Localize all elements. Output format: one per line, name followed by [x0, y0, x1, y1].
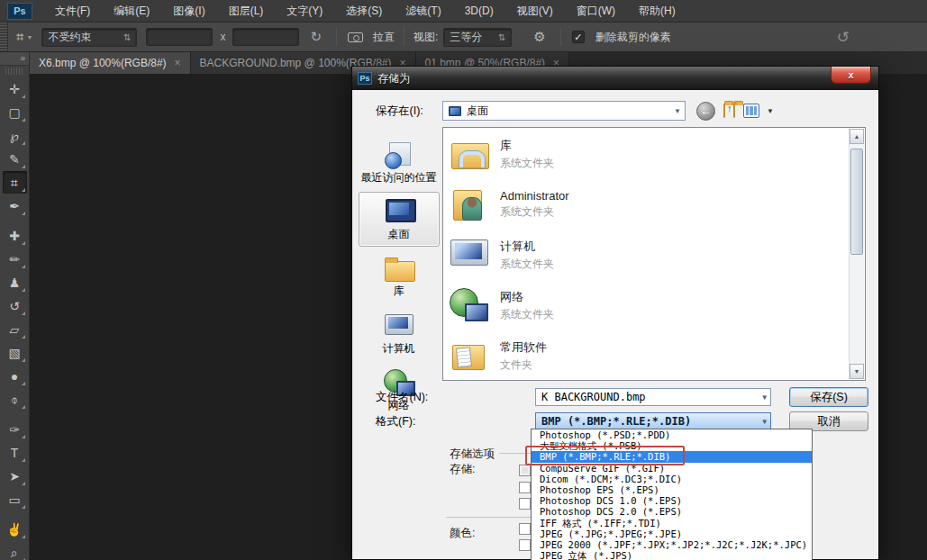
crop-view-select[interactable]: 三等分 ⇅ — [443, 28, 512, 47]
delete-cropped-pixels-checkbox[interactable]: ✓ — [572, 31, 585, 43]
file-administrator[interactable]: Administrator 系统文件夹 — [444, 179, 849, 230]
reset-icon[interactable]: ↺ — [837, 28, 850, 47]
menu-item[interactable]: 3D(D) — [453, 0, 505, 23]
menu-item[interactable]: 文件(F) — [43, 0, 102, 23]
save-button[interactable]: 保存(S) — [789, 387, 868, 407]
place-computer[interactable]: 计算机 — [359, 306, 440, 361]
straighten-label[interactable]: 拉直 — [373, 30, 395, 45]
up-one-level-button[interactable]: ↑ — [723, 104, 725, 117]
tab-close-icon[interactable]: × — [175, 57, 181, 69]
scroll-up-icon[interactable]: ▲ — [850, 129, 864, 144]
new-folder-button[interactable]: ✶ — [733, 104, 735, 117]
delete-cropped-pixels-label[interactable]: 删除裁剪的像素 — [595, 30, 671, 45]
file-list-scrollbar[interactable]: ▲ ▼ — [849, 129, 864, 379]
menu-item[interactable]: 视图(V) — [505, 0, 565, 23]
format-option[interactable]: Dicom (*.DCM;*.DC3;*.DIC) — [532, 474, 812, 484]
format-option[interactable]: Photoshop (*.PSD;*.PDD) — [532, 429, 812, 440]
format-option[interactable]: IFF 格式 (*.IFF;*.TDI) — [532, 518, 812, 528]
dropdown-arrow-icon[interactable]: ▼ — [758, 393, 767, 402]
dialog-titlebar[interactable]: Ps 存储为 x — [352, 67, 878, 90]
path-selection-tool[interactable]: ➤ — [3, 465, 27, 487]
rectangle-tool[interactable]: ▭ — [3, 488, 27, 510]
format-option[interactable]: CompuServe GIF (*.GIF) — [532, 463, 812, 474]
save-option-checkbox[interactable] — [519, 498, 531, 510]
spinner-icon: ⇅ — [123, 32, 131, 42]
palette-grip[interactable] — [5, 68, 23, 75]
dialog-close-button[interactable]: x — [831, 67, 871, 84]
dodge-tool[interactable]: ⌽ — [3, 388, 27, 411]
eraser-tool[interactable]: ▱ — [3, 318, 27, 340]
save-option-checkbox[interactable] — [519, 482, 531, 493]
rotate-crop-icon[interactable]: ↻ — [310, 29, 322, 45]
file-network[interactable]: 网络 系统文件夹 — [444, 280, 849, 330]
menu-item[interactable]: 编辑(E) — [102, 0, 161, 23]
type-tool[interactable]: T — [3, 441, 27, 464]
blur-tool[interactable]: ● — [3, 365, 27, 387]
dropdown-arrow-icon[interactable]: ▼ — [758, 418, 767, 426]
menu-item[interactable]: 窗口(W) — [565, 0, 627, 23]
menu-item[interactable]: 图像(I) — [161, 0, 216, 23]
menu-item[interactable]: 文字(Y) — [275, 0, 334, 23]
menu-bar: Ps 文件(F)编辑(E)图像(I)图层(L)文字(Y)选择(S)滤镜(T)3D… — [0, 0, 927, 23]
file-computer[interactable]: 计算机 系统文件夹 — [444, 230, 849, 280]
gradient-tool[interactable]: ▧ — [3, 341, 27, 364]
healing-brush-tool[interactable]: ✚ — [3, 224, 27, 247]
rectangular-marquee-tool[interactable]: ▢ — [3, 101, 27, 123]
file-libraries[interactable]: 库 系统文件夹 — [444, 129, 849, 179]
format-option[interactable]: JPEG 2000 (*.JPF;*.JPX;*.JP2;*.J2C;*.J2K… — [532, 539, 812, 550]
brush-tool[interactable]: ✏ — [3, 248, 27, 270]
move-tool[interactable]: ✛ — [3, 77, 27, 100]
straighten-icon[interactable] — [348, 32, 363, 42]
hand-tool[interactable]: ✌ — [3, 518, 27, 540]
format-option[interactable]: Photoshop DCS 2.0 (*.EPS) — [532, 506, 812, 517]
crop-preset-select[interactable]: 不受约束 ⇅ — [41, 28, 137, 47]
quick-selection-tool[interactable]: ✎ — [3, 148, 27, 170]
menu-item[interactable]: 滤镜(T) — [394, 0, 452, 23]
crop-tool[interactable]: ⌗ — [3, 171, 27, 194]
scroll-down-icon[interactable]: ▼ — [850, 364, 864, 379]
tool-preset-arrow-icon[interactable]: ▼ — [26, 34, 32, 41]
place-recent[interactable]: 最近访问的位置 — [359, 135, 440, 190]
gear-icon[interactable]: ⚙ — [533, 29, 545, 45]
eyedropper-tool[interactable]: ✒ — [3, 194, 27, 217]
format-option[interactable]: BMP (*.BMP;*.RLE;*.DIB) — [532, 451, 812, 462]
file-common-software[interactable]: 常用软件 文件夹 — [444, 330, 849, 379]
history-brush-tool[interactable]: ↺ — [3, 294, 27, 317]
place-desktop[interactable]: 桌面 — [359, 192, 440, 247]
options-bar-grip[interactable] — [0, 23, 8, 51]
format-option[interactable]: JPEG (*.JPG;*.JPEG;*.JPE) — [532, 528, 812, 539]
format-option[interactable]: Photoshop EPS (*.EPS) — [532, 484, 812, 495]
crop-height-input[interactable] — [232, 28, 299, 46]
color-option-checkbox[interactable] — [519, 523, 531, 535]
crop-preset-value: 不受约束 — [48, 30, 91, 45]
dropdown-arrow-icon[interactable]: ▼ — [669, 107, 681, 115]
tab-x6[interactable]: X6.bmp @ 100%(RGB/8#) × — [30, 52, 191, 74]
crop-width-input[interactable] — [146, 28, 213, 46]
menu-item[interactable]: 帮助(H) — [627, 0, 687, 23]
save-option-checkbox[interactable] — [519, 465, 531, 476]
format-combobox[interactable]: BMP (*.BMP;*.RLE;*.DIB) ▼ — [535, 412, 771, 430]
format-option[interactable]: JPEG 立体 (*.JPS) — [532, 550, 812, 560]
place-label: 库 — [394, 285, 404, 297]
options-bar: ⌗ ▼ 不受约束 ⇅ x ↻ 拉直 视图: 三等分 ⇅ ⚙ ✓ 删除裁剪的像素 … — [0, 23, 927, 52]
menu-item[interactable]: 选择(S) — [334, 0, 394, 23]
clone-stamp-tool[interactable]: ♟ — [3, 271, 27, 294]
zoom-tool[interactable]: ⌕ — [3, 541, 27, 560]
pen-tool[interactable]: ✑ — [3, 418, 27, 440]
menu-item[interactable]: 图层(L) — [217, 0, 276, 23]
scrollbar-thumb[interactable] — [850, 149, 863, 255]
format-option[interactable]: 大型文档格式 (*.PSB) — [532, 440, 812, 451]
lasso-tool[interactable]: ℘ — [3, 124, 27, 147]
format-option[interactable]: Photoshop DCS 1.0 (*.EPS) — [532, 495, 812, 506]
folder-icon — [383, 254, 415, 283]
recent-icon — [383, 140, 415, 169]
tools: ✛ ▢ ℘ ✎ ⌗ ✒ — [0, 77, 29, 560]
filename-combobox[interactable]: K BACKGROUND.bmp ▼ — [535, 388, 771, 406]
views-button[interactable]: ▼ — [743, 104, 774, 118]
save-in-combobox[interactable]: 桌面 ▼ — [442, 101, 686, 121]
place-libraries[interactable]: 库 — [359, 248, 440, 303]
color-option-checkbox[interactable] — [519, 539, 531, 551]
crop-tool-icon[interactable]: ⌗ — [16, 29, 23, 45]
collapse-panel-icon[interactable]: » — [0, 52, 29, 66]
back-button[interactable]: ← — [696, 102, 715, 121]
